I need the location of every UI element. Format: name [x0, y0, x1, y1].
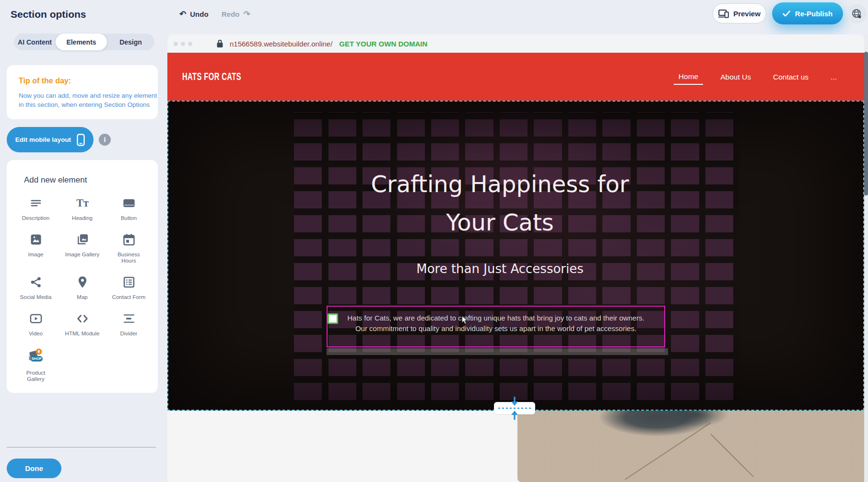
- hero-paragraph-line1: Hats for Cats, we are dedicated to craft…: [341, 313, 651, 323]
- window-dot: [181, 42, 185, 46]
- hero-paragraph-line2: Our commitment to quality and individual…: [341, 323, 651, 334]
- phone-icon: [77, 134, 85, 146]
- selected-paragraph-element[interactable]: Hats for Cats, we are dedicated to craft…: [327, 306, 665, 347]
- done-button[interactable]: Done: [7, 459, 61, 478]
- social-media-icon: [29, 275, 43, 291]
- description-icon: [29, 196, 43, 212]
- nav-contact-us[interactable]: Contact us: [768, 69, 813, 84]
- page-title: Section options: [11, 9, 86, 20]
- nav-more[interactable]: ...: [826, 69, 842, 84]
- check-icon: [783, 11, 790, 17]
- html-code-icon: [76, 312, 89, 327]
- tab-ai-content[interactable]: AI Content: [14, 34, 56, 50]
- republish-button[interactable]: Re-Publish: [772, 2, 843, 24]
- tip-body-line1: Now you can add, move and resize any ele…: [19, 91, 158, 100]
- language-globe-button[interactable]: [847, 4, 867, 23]
- edit-mobile-layout-label: Edit mobile layout: [15, 136, 71, 143]
- selection-drag-handle[interactable]: [328, 313, 338, 324]
- add-element-card: Add new element Description Tт Heading B…: [7, 160, 158, 393]
- window-dots: [174, 42, 192, 46]
- add-element-contact-form[interactable]: Contact Form: [106, 275, 151, 300]
- add-element-business-hours[interactable]: Business Hours: [106, 233, 151, 264]
- window-dot: [174, 42, 178, 46]
- hero-tile-background: [294, 112, 739, 400]
- site-url[interactable]: n1566589.websitebuilder.online/: [230, 40, 332, 48]
- svg-text:Tт: Tт: [76, 197, 89, 209]
- section-resize-handle[interactable]: [492, 397, 537, 420]
- contact-form-icon: [122, 275, 136, 291]
- lock-icon: [216, 39, 223, 48]
- redo-button[interactable]: Redo: [222, 9, 250, 19]
- add-element-social-media[interactable]: Social Media: [13, 275, 58, 300]
- undo-button[interactable]: Undo: [179, 9, 209, 19]
- hero-title[interactable]: Crafting Happiness for Your Cats: [168, 165, 832, 241]
- add-element-description[interactable]: Description: [13, 196, 58, 221]
- map-pin-icon: [76, 275, 89, 291]
- nav-about-us[interactable]: About Us: [716, 69, 756, 84]
- add-element-video[interactable]: Video: [13, 312, 58, 337]
- panel-tabs: AI Content Elements Design: [14, 34, 154, 50]
- add-element-image[interactable]: Image: [13, 233, 58, 264]
- site-nav: Home About Us Contact us ...: [674, 53, 842, 101]
- tip-body-line2: in this section, when entering Section O…: [19, 100, 158, 109]
- add-element-grid: Description Tт Heading Button Image Imag…: [13, 196, 151, 382]
- tip-heading: Tip of the day:: [19, 77, 158, 85]
- product-gallery-icon: SHOP: [26, 348, 46, 367]
- info-icon[interactable]: [99, 134, 111, 146]
- republish-button-label: Re-Publish: [795, 10, 833, 18]
- image-icon: [29, 233, 43, 248]
- element-shadow-strip: [327, 348, 668, 355]
- scrollbar-thumb[interactable]: [864, 52, 868, 195]
- site-logo[interactable]: HATS FOR CATS: [182, 70, 241, 83]
- add-element-image-gallery[interactable]: Image Gallery: [60, 233, 105, 264]
- get-domain-link[interactable]: GET YOUR OWN DOMAIN: [339, 40, 427, 48]
- tab-design[interactable]: Design: [107, 34, 154, 50]
- button-icon: [122, 196, 136, 212]
- preview-button-label: Preview: [733, 10, 761, 18]
- devices-icon: [718, 9, 729, 18]
- add-element-product-gallery[interactable]: SHOP Product Gallery: [13, 348, 58, 382]
- edit-mobile-layout-button[interactable]: Edit mobile layout: [7, 127, 94, 152]
- business-hours-icon: [122, 233, 136, 248]
- video-icon: [29, 312, 43, 327]
- add-element-heading: Add new element: [24, 175, 151, 185]
- window-dot: [188, 42, 192, 46]
- add-element-divider[interactable]: Divider: [106, 312, 151, 337]
- hero-subtitle[interactable]: More than Just Accessories: [168, 262, 832, 276]
- add-element-heading-el[interactable]: Tт Heading: [60, 196, 105, 221]
- nav-home[interactable]: Home: [674, 69, 703, 85]
- divider-icon: [122, 312, 136, 327]
- site-header: HATS FOR CATS Home About Us Contact us .…: [167, 53, 864, 101]
- svg-text:SHOP: SHOP: [31, 356, 41, 361]
- preview-button[interactable]: Preview: [713, 3, 766, 23]
- globe-icon: [851, 8, 862, 19]
- add-element-html-module[interactable]: HTML Module: [60, 312, 105, 337]
- preview-scrollbar[interactable]: [864, 34, 868, 482]
- next-section: [167, 411, 864, 482]
- add-element-map[interactable]: Map: [60, 275, 105, 300]
- add-element-button[interactable]: Button: [106, 196, 151, 221]
- panel-divider: [7, 447, 156, 448]
- tip-of-the-day-card: Tip of the day: Now you can add, move an…: [7, 65, 158, 119]
- hero-section-selected[interactable]: Crafting Happiness for Your Cats More th…: [167, 101, 864, 411]
- floor-photo: [517, 411, 864, 482]
- heading-icon: Tт: [76, 196, 89, 212]
- browser-chrome-bar: n1566589.websitebuilder.online/ GET YOUR…: [167, 34, 864, 53]
- image-gallery-icon: [76, 233, 89, 248]
- tab-elements[interactable]: Elements: [56, 34, 107, 50]
